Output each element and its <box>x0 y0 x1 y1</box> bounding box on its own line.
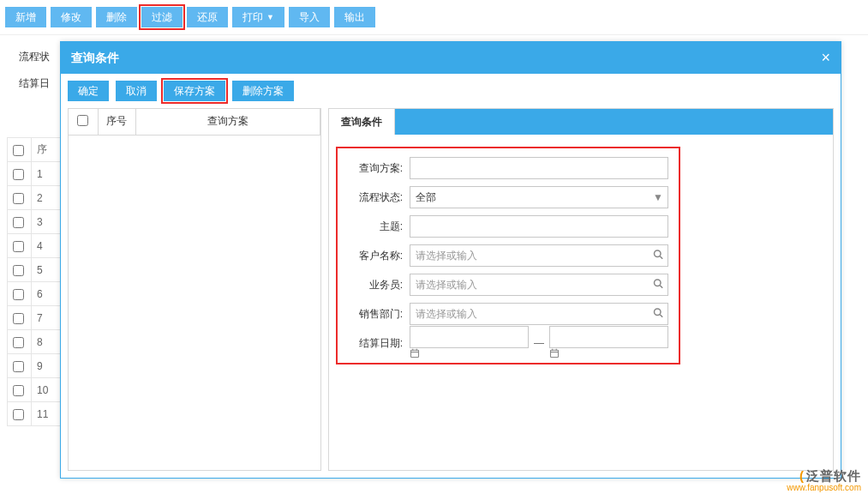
row-checkbox[interactable] <box>13 313 24 324</box>
status-select[interactable]: 全部 <box>410 186 668 208</box>
import-button[interactable]: 导入 <box>289 7 330 27</box>
row-checkbox[interactable] <box>13 289 24 300</box>
row-checkbox[interactable] <box>13 169 24 180</box>
table-row: 7 <box>8 306 67 330</box>
query-dialog: 查询条件 × 确定 取消 保存方案 删除方案 序号 查询方案 查询条件 <box>60 41 841 479</box>
table-row: 1 <box>8 162 67 186</box>
new-button[interactable]: 新增 <box>5 7 46 27</box>
calendar-icon <box>410 349 420 361</box>
row-checkbox[interactable] <box>13 409 24 420</box>
svg-rect-10 <box>551 350 559 357</box>
top-toolbar: 新增 修改 删除 过滤 还原 打印▼ 导入 输出 <box>0 0 868 35</box>
chevron-down-icon: ▼ <box>266 13 274 21</box>
sales-input[interactable] <box>410 274 668 296</box>
ok-button[interactable]: 确定 <box>68 81 109 101</box>
condition-panel: 查询条件 查询方案: 流程状态: 全部 ▼ <box>328 108 834 471</box>
plan-list-panel: 序号 查询方案 <box>68 108 321 471</box>
watermark: (泛普软件 www.fanpusoft.com <box>787 469 861 493</box>
row-checkbox[interactable] <box>13 337 24 348</box>
date-to-input[interactable] <box>549 326 668 348</box>
export-button[interactable]: 输出 <box>334 7 375 27</box>
row-checkbox[interactable] <box>13 241 24 252</box>
filter-button[interactable]: 过滤 <box>141 7 183 27</box>
dialog-toolbar: 确定 取消 保存方案 删除方案 <box>61 74 841 108</box>
plan-label: 查询方案: <box>348 161 403 176</box>
row-checkbox[interactable] <box>13 361 24 372</box>
plan-col-name: 查询方案 <box>135 109 320 135</box>
plan-checkall[interactable] <box>77 115 88 126</box>
customer-input[interactable] <box>410 244 668 267</box>
subject-input[interactable] <box>410 215 668 238</box>
dept-label: 销售部门: <box>348 307 403 322</box>
table-row: 4 <box>8 234 67 258</box>
tab-condition[interactable]: 查询条件 <box>329 109 395 135</box>
save-plan-button[interactable]: 保存方案 <box>164 81 225 101</box>
table-row: 5 <box>8 258 67 282</box>
row-checkbox[interactable] <box>13 265 24 276</box>
customer-label: 客户名称: <box>348 249 403 263</box>
row-checkbox[interactable] <box>13 193 24 204</box>
plan-col-seq: 序号 <box>98 109 135 135</box>
status-label: 流程状态: <box>348 190 403 205</box>
row-checkbox[interactable] <box>13 385 24 396</box>
date-from-input[interactable] <box>410 326 529 348</box>
condition-tabs: 查询条件 <box>329 109 833 135</box>
cancel-button[interactable]: 取消 <box>116 81 157 101</box>
table-row: 6 <box>8 282 67 306</box>
logo-icon: ( <box>799 468 805 483</box>
delete-plan-button[interactable]: 删除方案 <box>232 81 294 101</box>
print-button[interactable]: 打印▼ <box>232 7 284 27</box>
sales-label: 业务员: <box>348 278 403 292</box>
calendar-icon <box>549 349 560 361</box>
table-row: 11 <box>8 402 67 426</box>
condition-form: 查询方案: 流程状态: 全部 ▼ 主题: <box>336 147 680 364</box>
subject-label: 主题: <box>348 220 403 234</box>
date-label: 结算日期: <box>348 336 403 351</box>
date-separator: — <box>534 337 544 349</box>
edit-button[interactable]: 修改 <box>51 7 92 27</box>
dept-input[interactable] <box>410 303 668 325</box>
background-table: 序 1234567891011 <box>7 137 67 426</box>
delete-button[interactable]: 删除 <box>96 7 137 27</box>
plan-input[interactable] <box>410 157 668 179</box>
dialog-titlebar: 查询条件 × <box>61 42 841 74</box>
bg-checkall[interactable] <box>13 145 24 156</box>
dialog-title-text: 查询条件 <box>71 51 119 66</box>
restore-button[interactable]: 还原 <box>187 7 228 27</box>
table-row: 9 <box>8 354 67 378</box>
table-row: 8 <box>8 330 67 354</box>
row-checkbox[interactable] <box>13 217 24 228</box>
table-row: 10 <box>8 378 67 402</box>
background-filter-labels: 流程状 结算日 <box>19 50 50 103</box>
table-row: 2 <box>8 186 67 210</box>
table-row: 3 <box>8 210 67 234</box>
close-icon[interactable]: × <box>821 49 830 67</box>
svg-rect-6 <box>411 350 419 357</box>
